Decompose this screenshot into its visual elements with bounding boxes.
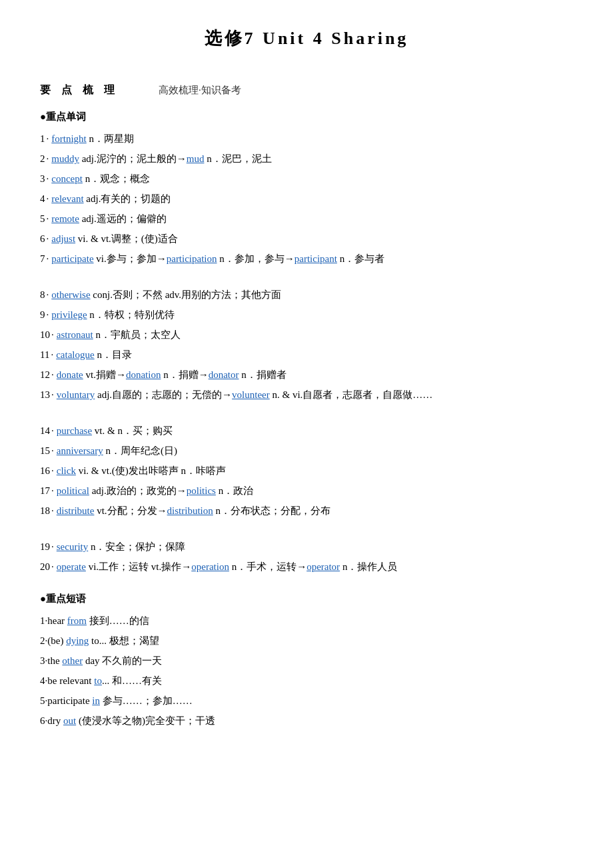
word-donate: donate [57,369,83,380]
list-item: 1·hear from 接到……的信 [40,611,573,631]
list-item: 7·participate vi.参与；参加→participation n．参… [40,249,573,269]
word-participation: participation [167,253,217,264]
list-item: 4·relevant adj.有关的；切题的 [40,189,573,209]
word-operator: operator [306,561,340,572]
word-purchase: purchase [57,425,92,436]
section-header: 要 点 梳 理 高效梳理·知识备考 [40,83,573,97]
vocab-group-3: 14·purchase vt. & n．买；购买 15·anniversary … [40,421,573,521]
phrase-list: 1·hear from 接到……的信 2·(be) dying to... 极想… [40,611,573,731]
list-item: 9·privilege n．特权；特别优待 [40,305,573,325]
list-item: 2·(be) dying to... 极想；渴望 [40,631,573,651]
vocab-title: ●重点单词 [40,111,573,123]
vocab-group-2: 8·otherwise conj.否则；不然 adv.用别的方法；其他方面 9·… [40,285,573,405]
list-item: 17·political adj.政治的；政党的→politics n．政治 [40,481,573,501]
word-donator: donator [209,369,239,380]
word-participate: participate [51,253,93,264]
word-otherwise: otherwise [51,289,90,300]
list-item: 14·purchase vt. & n．买；购买 [40,421,573,441]
list-item: 6·adjust vi. & vt.调整；(使)适合 [40,229,573,249]
list-item: 2·muddy adj.泥泞的；泥土般的→mud n．泥巴，泥土 [40,149,573,169]
list-item: 15·anniversary n．周年纪念(日) [40,441,573,461]
phrase-from: from [67,615,87,626]
page-title: 选修7 Unit 4 Sharing [40,27,573,50]
list-item: 19·security n．安全；保护；保障 [40,537,573,557]
word-security: security [57,541,88,552]
list-item: 11·catalogue n．目录 [40,345,573,365]
word-voluntary: voluntary [57,389,95,400]
word-political: political [57,485,89,496]
word-participant: participant [295,253,337,264]
section-header-left: 要 点 梳 理 [40,83,119,97]
word-donation: donation [126,369,161,380]
list-item: 20·operate vi.工作；运转 vt.操作→operation n．手术… [40,557,573,577]
list-item: 3·the other day 不久前的一天 [40,651,573,671]
word-remote: remote [51,213,79,224]
word-astronaut: astronaut [57,329,93,340]
phrase-other: other [62,655,83,666]
list-item: 8·otherwise conj.否则；不然 adv.用别的方法；其他方面 [40,285,573,305]
word-distribution: distribution [167,505,213,516]
list-item: 16·click vi. & vt.(使)发出咔嗒声 n．咔嗒声 [40,461,573,481]
word-politics: politics [187,485,216,496]
list-item: 5·remote adj.遥远的；偏僻的 [40,209,573,229]
word-adjust: adjust [51,233,75,244]
phrase-in: in [92,695,100,706]
phrase-title: ●重点短语 [40,593,573,605]
word-catalogue: catalogue [56,349,94,360]
list-item: 13·voluntary adj.自愿的；志愿的；无偿的→volunteer n… [40,385,573,405]
list-item: 4·be relevant to... 和……有关 [40,671,573,691]
list-item: 12·donate vt.捐赠→donation n．捐赠→donator n．… [40,365,573,385]
word-distribute: distribute [57,505,95,516]
vocab-group-1: 1·fortnight n．两星期 2·muddy adj.泥泞的；泥土般的→m… [40,129,573,269]
word-operate: operate [57,561,86,572]
word-muddy: muddy [51,153,79,164]
list-item: 10·astronaut n．宇航员；太空人 [40,325,573,345]
word-fortnight: fortnight [51,133,87,144]
word-concept: concept [51,173,83,184]
phrase-out: out [63,715,76,726]
list-item: 3·concept n．观念；概念 [40,169,573,189]
list-item: 1·fortnight n．两星期 [40,129,573,149]
word-relevant: relevant [51,193,83,204]
list-item: 18·distribute vt.分配；分发→distribution n．分布… [40,501,573,521]
section-header-right: 高效梳理·知识备考 [159,84,241,97]
word-click: click [57,465,76,476]
list-item: 5·participate in 参与……；参加…… [40,691,573,711]
phrase-to: to [94,675,102,686]
word-mud: mud [187,153,205,164]
word-anniversary: anniversary [57,445,103,456]
word-privilege: privilege [51,309,87,320]
phrase-dying: dying [66,635,89,646]
word-operation: operation [191,561,229,572]
vocab-group-4: 19·security n．安全；保护；保障 20·operate vi.工作；… [40,537,573,577]
list-item: 6·dry out (使浸水等之物)完全变干；干透 [40,711,573,731]
word-volunteer: volunteer [232,389,270,400]
